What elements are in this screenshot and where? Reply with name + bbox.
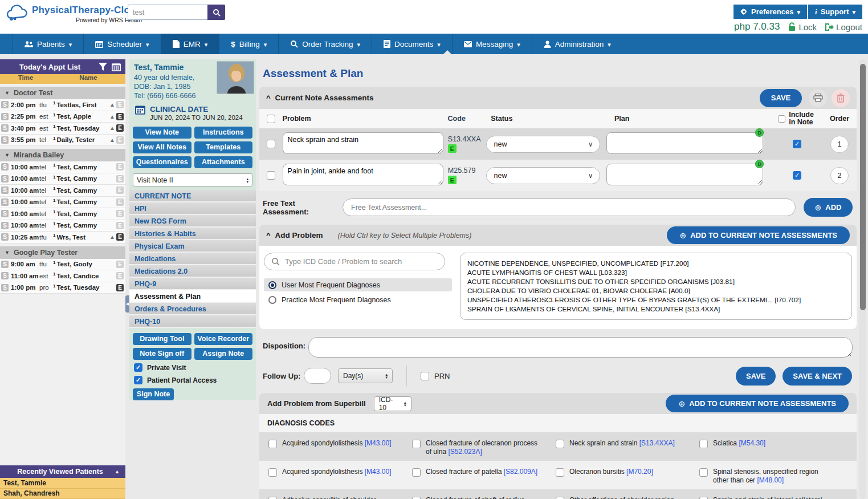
diagnosis-option[interactable]: CHOLERA DUE TO VIBRIO CHOLERAE 01, BIOVA… [467, 286, 845, 295]
assign-note-button[interactable]: Assign Note [194, 348, 253, 360]
user-most-frequent-radio[interactable]: User Most Frequent Diagnoses [264, 278, 452, 291]
voice-recorder-button[interactable]: Voice Recorder [194, 333, 253, 345]
diagnosis-option[interactable]: NICOTINE DEPENDENCE, UNSPECIFIED, UNCOMP… [467, 259, 845, 268]
menu-current-note[interactable]: CURRENT NOTE [129, 190, 256, 202]
encounter-icon[interactable] [116, 222, 124, 229]
superbill-icon[interactable] [1, 186, 9, 194]
menu-new-ros-form[interactable]: New ROS Form [129, 215, 256, 228]
brand-logo[interactable]: PhysicalTherapy-Cloud Powered by WRS Hea… [6, 5, 142, 23]
problem-textarea[interactable]: Pain in joint, ankle and foot [283, 164, 443, 185]
diagnosis-option[interactable]: Closed fracture of shaft of radius (alon… [403, 494, 547, 499]
encounter-icon[interactable] [116, 124, 124, 132]
menu-hpi[interactable]: HPI [129, 202, 256, 215]
nav-documents[interactable]: Documents [372, 34, 452, 54]
icd-search-input[interactable]: Type ICD Code / Problem to search [264, 253, 445, 270]
appt-row[interactable]: 10:00 amtel1Test, Cammy [0, 220, 125, 232]
diagnosis-option[interactable]: Spinal stenosis, unspecified region othe… [690, 465, 834, 485]
checkbox[interactable] [268, 468, 277, 477]
search-button[interactable] [207, 5, 225, 20]
encounter-icon[interactable] [116, 101, 124, 108]
delete-button[interactable] [832, 89, 850, 107]
instructions-button[interactable]: Instructions [194, 127, 253, 139]
appt-row[interactable]: 10:00 amtel1Test, Cammy [0, 208, 125, 220]
problem-textarea[interactable]: Neck sprain and strain [283, 132, 443, 154]
recent-patients-header[interactable]: Recently Viewed Patients ▲ [0, 465, 125, 478]
encounter-icon[interactable] [116, 198, 124, 206]
appt-row[interactable]: 1:00 pmpro1Test, Tuesday [0, 282, 125, 294]
status-select[interactable]: new [486, 167, 600, 184]
private-visit-checkbox[interactable]: Private Visit [134, 363, 251, 372]
provider-group-miranda-bailey[interactable]: ▼Miranda Bailey [0, 149, 125, 161]
encounter-icon[interactable] [116, 272, 124, 279]
row-checkbox[interactable] [267, 171, 275, 180]
add-assessment-button[interactable]: ADD [804, 198, 853, 217]
nav-billing[interactable]: $ Billing [219, 34, 278, 54]
menu-assessment-plan[interactable]: Assessment & Plan [129, 290, 256, 303]
diagnosis-option[interactable]: Adhesive capsulitis of shoulder [M75.00] [259, 494, 403, 499]
checkbox[interactable] [412, 468, 421, 477]
checkbox[interactable] [556, 440, 564, 448]
appt-row[interactable]: 9:00 amtfu1Test, Goofy [0, 259, 125, 271]
note-sign-off-button[interactable]: Note Sign off [133, 348, 191, 360]
code-system-select[interactable]: ICD-10 ▴▾ [374, 396, 411, 411]
superbill-icon[interactable] [1, 124, 9, 132]
checkbox[interactable] [699, 440, 708, 448]
frequent-diagnoses-listbox[interactable]: NICOTINE DEPENDENCE, UNSPECIFIED, UNCOMP… [460, 253, 852, 320]
free-text-assessment-input[interactable] [343, 198, 796, 216]
appt-row[interactable]: 3:40 pmest1Test, Tuesday▲ [0, 123, 125, 135]
appt-row[interactable]: 10:25 amtfu1Wrs, Test▲ [0, 232, 125, 244]
print-button[interactable] [809, 89, 827, 107]
radio-icon[interactable] [268, 296, 276, 304]
encounter-icon[interactable] [116, 136, 124, 144]
checkbox[interactable] [412, 440, 421, 448]
superbill-icon[interactable] [1, 163, 9, 171]
add-to-current-note-button[interactable]: ADD TO CURRENT NOTE ASSESSMENTS [666, 395, 849, 412]
recent-patient-row[interactable]: Shah, Chandresh [0, 489, 125, 499]
diagnosis-option[interactable]: Closed fracture of olecranon process of … [403, 437, 547, 456]
nav-emr[interactable]: EMR [161, 34, 219, 54]
sidebar-collapse-handle[interactable]: ◀ [125, 295, 129, 313]
checkbox[interactable] [412, 497, 421, 499]
nav-administration[interactable]: Administration [532, 34, 622, 54]
checkbox-checked-icon[interactable] [134, 363, 142, 372]
add-to-current-note-button[interactable]: ADD TO CURRENT NOTE ASSESSMENTS [667, 226, 850, 244]
logout-button[interactable]: Logout [825, 22, 862, 32]
support-button[interactable]: i Support [808, 5, 862, 19]
questionnaires-button[interactable]: Questionnaires [133, 156, 191, 168]
diagnosis-option[interactable]: UNSPECIFIED ATHEROSCLEROSIS OF OTHER TYP… [467, 295, 845, 305]
radio-selected-icon[interactable] [268, 281, 276, 289]
superbill-icon[interactable] [1, 272, 9, 279]
superbill-icon[interactable] [1, 113, 9, 120]
diagnosis-option[interactable]: Other affections of shoulder region, not… [547, 494, 690, 499]
collapse-chevron-icon[interactable]: ^ [266, 94, 271, 102]
superbill-icon[interactable] [1, 222, 9, 229]
menu-medications-2[interactable]: Medications 2.0 [129, 265, 256, 278]
checkbox[interactable] [556, 468, 564, 477]
superbill-icon[interactable] [1, 261, 9, 268]
appt-row[interactable]: 3:55 pmtel1Daily, Tester▲ [0, 135, 125, 147]
save-and-next-button[interactable]: SAVE & NEXT [783, 367, 852, 386]
checkbox-checked-icon[interactable] [134, 376, 142, 384]
superbill-icon[interactable] [1, 210, 9, 217]
status-select[interactable]: new [486, 136, 600, 153]
encounter-icon[interactable] [116, 163, 124, 171]
recent-patient-row[interactable]: Test, Tammie [0, 478, 125, 489]
encounter-icon[interactable] [116, 186, 124, 194]
menu-phq-9[interactable]: PHQ-9 [129, 278, 256, 290]
visit-note-select[interactable]: Visit Note II ▴▾ [133, 173, 252, 186]
appt-row[interactable]: 2:25 pmest1Test, Apple▲ [0, 111, 125, 123]
appt-row[interactable]: 10:00 amtel1Test, Cammy [0, 173, 125, 185]
menu-histories-habits[interactable]: Histories & Habits [129, 228, 256, 240]
include-in-note-checkbox[interactable] [793, 140, 801, 148]
save-button[interactable]: SAVE [736, 367, 776, 386]
lock-button[interactable]: Lock [788, 22, 817, 32]
nav-scheduler[interactable]: Scheduler [83, 34, 160, 54]
view-note-button[interactable]: View Note [133, 127, 191, 139]
diagnosis-option[interactable]: Acquired spondylolisthesis [M43.00] [259, 465, 403, 485]
diagnosis-option[interactable]: ACUTE LYMPHANGITIS OF CHEST WALL [L03.32… [467, 268, 845, 277]
disposition-textarea[interactable] [308, 337, 853, 358]
encounter-icon[interactable] [116, 175, 124, 182]
checkbox[interactable] [268, 497, 277, 499]
menu-orders-procedures[interactable]: Orders & Procedures [129, 303, 256, 315]
nav-patients[interactable]: Patients [13, 34, 83, 54]
